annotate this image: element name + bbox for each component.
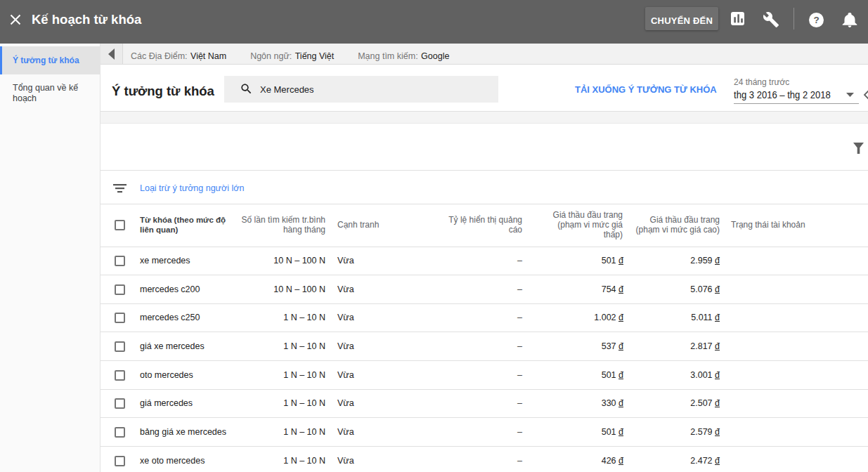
- svg-text:?: ?: [813, 15, 819, 25]
